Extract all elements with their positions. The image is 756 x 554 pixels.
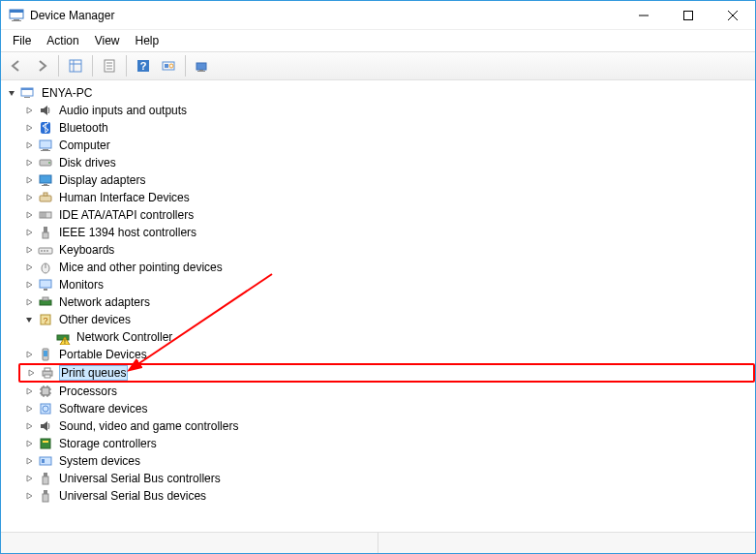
expand-icon[interactable] — [22, 261, 36, 274]
menu-file[interactable]: File — [7, 32, 37, 49]
category-other-devices[interactable]: Other devices — [18, 311, 755, 328]
category-label: Network adapters — [57, 295, 152, 309]
expand-icon[interactable] — [22, 173, 36, 187]
category-label: Print queues — [59, 365, 128, 381]
category-human-interface-devices[interactable]: Human Interface Devices — [18, 189, 755, 206]
category-software-devices[interactable]: Software devices — [18, 400, 755, 417]
svg-rect-2 — [14, 19, 19, 20]
forward-button[interactable] — [30, 54, 53, 77]
software-devices-icon — [38, 401, 53, 416]
category-label: Display adapters — [57, 173, 147, 187]
svg-rect-1 — [10, 10, 23, 13]
category-bluetooth[interactable]: Bluetooth — [18, 119, 755, 137]
back-button[interactable] — [5, 54, 28, 77]
category-usb-devices[interactable]: Universal Serial Bus devices — [18, 487, 755, 505]
portable-devices-icon — [38, 347, 53, 362]
category-label: Other devices — [57, 313, 133, 326]
svg-rect-8 — [70, 60, 81, 72]
disk-drives-icon — [38, 155, 53, 170]
expand-icon[interactable] — [22, 121, 36, 135]
svg-text:?: ? — [140, 60, 147, 72]
category-print-queues[interactable]: Print queues — [18, 363, 755, 383]
collapse-icon[interactable] — [22, 313, 36, 326]
category-system-devices[interactable]: System devices — [18, 452, 755, 470]
menu-help[interactable]: Help — [130, 32, 166, 49]
category-disk-drives[interactable]: Disk drives — [18, 154, 755, 171]
expand-icon[interactable] — [22, 437, 36, 450]
window-title: Device Manager — [30, 9, 114, 22]
expand-icon[interactable] — [24, 366, 38, 380]
category-label: IEEE 1394 host controllers — [57, 226, 198, 239]
show-hide-tree-button[interactable] — [64, 54, 87, 77]
expand-icon[interactable] — [22, 402, 36, 416]
expand-icon[interactable] — [22, 208, 36, 222]
properties-button[interactable] — [98, 54, 121, 77]
category-usb-controllers[interactable]: Universal Serial Bus controllers — [18, 470, 755, 487]
keyboards-icon — [38, 242, 53, 258]
expand-icon[interactable] — [22, 243, 36, 257]
system-devices-icon — [38, 453, 53, 469]
category-label: IDE ATA/ATAPI controllers — [57, 208, 196, 222]
category-monitors[interactable]: Monitors — [18, 276, 755, 293]
category-label: Disk drives — [57, 156, 118, 169]
expand-icon[interactable] — [22, 226, 36, 239]
category-storage-controllers[interactable]: Storage controllers — [18, 435, 755, 452]
help-button[interactable]: ? — [132, 54, 155, 77]
human-interface-devices-icon — [38, 190, 53, 205]
network-controller-icon — [55, 329, 71, 345]
menu-action[interactable]: Action — [41, 32, 84, 49]
category-computer[interactable]: Computer — [18, 137, 755, 154]
svg-point-19 — [169, 64, 173, 68]
category-label: Computer — [57, 138, 112, 152]
device-tree-pane[interactable]: ENYA-PC Audio inputs and outputsBluetoot… — [1, 80, 755, 532]
expand-icon[interactable] — [22, 104, 36, 117]
category-audio-inputs-outputs[interactable]: Audio inputs and outputs — [18, 102, 755, 119]
app-icon — [9, 8, 24, 23]
status-cell-left — [1, 533, 378, 553]
minimize-button[interactable] — [621, 1, 666, 30]
storage-controllers-icon — [38, 436, 53, 451]
scan-hardware-button[interactable] — [157, 54, 180, 77]
category-mice-pointing-devices[interactable]: Mice and other pointing devices — [18, 259, 755, 276]
category-label: Monitors — [57, 278, 106, 292]
expand-icon[interactable] — [22, 385, 36, 398]
category-network-adapters[interactable]: Network adapters — [18, 293, 755, 311]
expand-icon[interactable] — [22, 278, 36, 292]
computer-icon — [38, 138, 53, 153]
category-ide-atapi-controllers[interactable]: IDE ATA/ATAPI controllers — [18, 206, 755, 224]
expand-icon[interactable] — [22, 138, 36, 152]
collapse-icon[interactable] — [5, 86, 18, 100]
svg-rect-21 — [199, 70, 203, 71]
category-label: Human Interface Devices — [57, 191, 192, 204]
expand-icon[interactable] — [22, 419, 36, 433]
category-sound-video-game-controllers[interactable]: Sound, video and game controllers — [18, 417, 755, 435]
category-ieee-1394-controllers[interactable]: IEEE 1394 host controllers — [18, 224, 755, 241]
category-label: Audio inputs and outputs — [57, 104, 189, 117]
maximize-button[interactable] — [666, 1, 711, 30]
expand-icon[interactable] — [22, 472, 36, 485]
expand-icon[interactable] — [22, 156, 36, 169]
root-node[interactable]: ENYA-PC — [1, 84, 755, 102]
svg-rect-22 — [197, 71, 205, 72]
expand-icon[interactable] — [22, 295, 36, 309]
menu-view[interactable]: View — [89, 32, 126, 49]
category-label: Universal Serial Bus controllers — [57, 472, 223, 485]
category-processors[interactable]: Processors — [18, 383, 755, 400]
category-keyboards[interactable]: Keyboards — [18, 241, 755, 259]
display-adapters-icon — [38, 172, 53, 188]
expand-icon[interactable] — [22, 191, 36, 204]
category-network-controller[interactable]: Network Controller — [36, 328, 755, 346]
show-hidden-devices-button[interactable] — [191, 54, 214, 77]
expand-icon[interactable] — [22, 348, 36, 361]
category-portable-devices[interactable]: Portable Devices — [18, 346, 755, 363]
close-button[interactable] — [711, 1, 755, 30]
other-devices-icon — [38, 312, 53, 327]
svg-rect-20 — [197, 63, 206, 70]
expand-icon[interactable] — [22, 454, 36, 468]
expand-icon[interactable] — [22, 489, 36, 503]
category-label: Bluetooth — [57, 121, 110, 135]
svg-rect-5 — [684, 11, 693, 19]
monitors-icon — [38, 277, 53, 292]
svg-rect-24 — [21, 88, 33, 90]
category-display-adapters[interactable]: Display adapters — [18, 171, 755, 189]
